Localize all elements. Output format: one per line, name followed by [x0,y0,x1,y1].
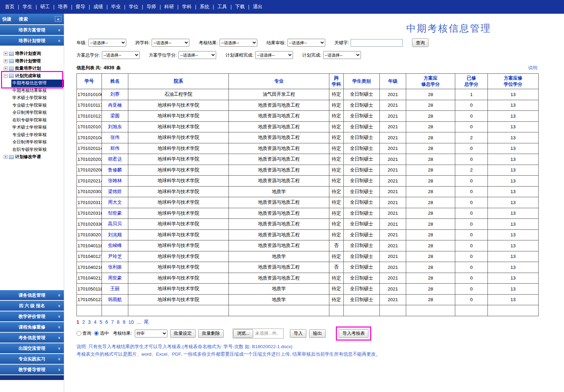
page-current[interactable]: 1 [77,319,79,325]
tree-leaf[interactable]: 中期考核结果审核 [11,87,64,95]
sidebar-section[interactable]: 培养计划管理« [0,36,64,46]
sidebar-section[interactable]: 四 六 级 报名» [0,301,64,311]
filter-select[interactable]: --请选择-- [255,51,293,59]
nav-item-12[interactable]: 系统 [200,4,209,10]
student-name-link[interactable]: 周大文 [102,197,128,208]
import-button[interactable]: 导入 [290,329,306,338]
nav-item-1[interactable]: 首页 [5,4,14,10]
tree-leaf[interactable]: 在职专硕学院审核 [11,117,64,124]
nav-item-7[interactable]: 毕业 [111,4,121,10]
tree-node[interactable]: +培养计划查询 [0,50,64,58]
student-name-link[interactable]: 刘赛 [102,89,128,100]
student-name-link[interactable]: 刘旭东 [102,121,128,132]
result-select[interactable]: 待审 [135,330,167,337]
filter-select[interactable]: --请选择-- [323,51,361,59]
page-link[interactable]: 5 [99,319,102,325]
sidebar-section[interactable]: 培养方案管理» [0,25,64,35]
student-name-link[interactable]: 梁圆 [102,111,128,122]
quick-tab[interactable]: 快捷 [2,16,11,22]
filter-select[interactable]: --请选择-- [152,39,189,47]
filter-select[interactable]: --请选择-- [89,39,126,47]
nav-item-5[interactable]: 督导 [76,4,85,10]
filter-select[interactable]: --请选择-- [102,51,140,59]
student-name-link[interactable]: 张利振 [102,262,128,273]
student-name-link[interactable]: 高贝贝 [102,219,128,230]
tree-leaf[interactable]: 专业硕士学院审核 [11,102,64,109]
batch-set-button[interactable]: 批量设定 [170,329,196,338]
import-assessment-form-button[interactable]: 导入考核表 [339,329,368,338]
note-link[interactable]: 说明: [528,65,538,71]
radio-selected-group[interactable]: 选中 [94,330,109,336]
batch-delete-button[interactable]: 批量删除 [198,329,224,338]
filter-select[interactable]: --请选择-- [220,39,257,47]
collapse-sidebar-icon[interactable]: « [55,16,61,22]
nav-item-14[interactable]: 下载 [235,4,245,10]
minus-box-icon[interactable]: − [4,74,8,78]
student-name-link[interactable]: 尹玲芝 [102,251,128,262]
student-name-link[interactable]: 鲁修麟 [102,165,128,176]
page-link[interactable]: 10 [128,319,134,325]
search-tab[interactable]: 搜索 [19,16,28,22]
sidebar-section[interactable]: 课程免修重修» [0,322,64,332]
plus-box-icon[interactable]: + [4,67,8,70]
radio-query-group[interactable]: 查询 [77,330,91,336]
query-button[interactable]: 查询 [412,38,428,47]
student-name-link[interactable]: 刘兆顺 [102,229,128,240]
student-name-link[interactable]: 梁炜煜 [102,186,128,197]
tree-node[interactable]: +计划修改申请 [0,153,64,161]
student-name-link[interactable]: 王丽 [102,284,128,295]
student-name-link[interactable]: 张翰林 [102,176,128,187]
tree-leaf[interactable]: 中期考核信息管理 [11,80,64,87]
tree-leaf[interactable]: 在职专硕学校审核 [11,146,64,154]
nav-item-10[interactable]: 科研 [164,4,174,10]
tree-node[interactable]: −计划完成审核 [0,72,64,80]
student-name-link[interactable]: 焦峻峰 [102,240,128,251]
sidebar-section-partial[interactable] [0,375,64,380]
plus-box-icon[interactable]: + [4,52,8,56]
plus-box-icon[interactable]: + [4,155,8,159]
student-name-link[interactable]: 胡君达 [102,154,128,165]
nav-item-4[interactable]: 培养 [58,4,68,10]
page-link[interactable]: 9 [122,319,125,325]
tree-leaf[interactable]: 学术硕士学院审核 [11,94,64,102]
page-link[interactable]: 3 [88,319,91,325]
nav-item-8[interactable]: 学位 [129,4,138,10]
page-link[interactable]: 8 [117,319,120,325]
page-link[interactable]: 6 [105,319,108,325]
tree-node[interactable]: +批量培养计划 [0,65,64,72]
plus-box-icon[interactable]: + [4,59,8,63]
browse-button[interactable]: 浏览... [233,329,254,338]
sidebar-section[interactable]: 出国交流管理» [0,343,64,353]
filter-select[interactable]: --请选择-- [287,39,325,47]
export-button[interactable]: 输出 [309,329,326,338]
nav-item-13[interactable]: 工具 [218,4,227,10]
selected-radio[interactable] [94,331,99,336]
nav-item-15[interactable]: 退出 [253,4,262,10]
query-radio[interactable] [77,331,81,336]
tree-leaf[interactable]: 学术硕士学校审核 [11,124,64,131]
sidebar-section[interactable]: 教学评价管理» [0,311,64,321]
sidebar-section[interactable]: 专业实践实习» [0,354,64,364]
sidebar-section[interactable]: 考务信息管理» [0,333,64,343]
page-last-link[interactable]: 尾 [144,319,149,325]
nav-item-11[interactable]: 学科 [182,4,191,10]
sidebar-section[interactable]: 教学督导管理» [0,365,64,375]
keyword-input[interactable] [351,39,403,47]
file-input[interactable]: 浏览... 未选择...件。 [233,329,284,338]
page-link[interactable]: 7 [111,319,114,325]
nav-item-2[interactable]: 学生 [23,4,32,10]
student-name-link[interactable]: 张伟 [102,132,128,143]
tree-leaf[interactable]: 专业硕士学校审核 [11,131,64,139]
nav-item-6[interactable]: 成绩 [93,4,103,10]
page-link[interactable]: 2 [82,319,85,325]
nav-item-9[interactable]: 导师 [146,4,156,10]
filter-select[interactable]: --请选择-- [178,51,216,59]
student-name-link[interactable]: 周世豪 [102,273,128,284]
student-name-link[interactable]: 冉亚楠 [102,100,128,111]
student-name-link[interactable]: 郑伟 [102,143,128,154]
student-name-link[interactable]: 邹世豪 [102,208,128,219]
page-link[interactable]: 4 [94,319,96,325]
tree-node[interactable]: +培养计划管理 [0,58,64,65]
tree-leaf[interactable]: 全日制博学校审核 [11,139,64,146]
student-name-link[interactable]: 韩雨航 [102,294,128,305]
